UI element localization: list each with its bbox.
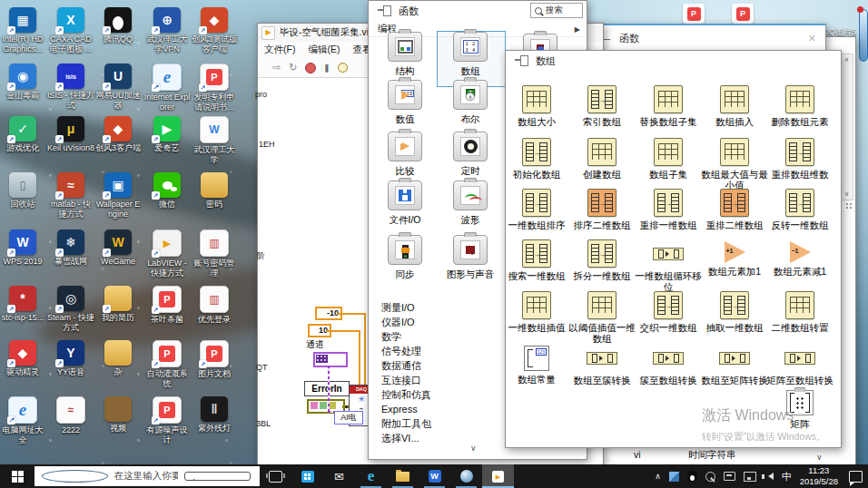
pause-button[interactable]: ∥ <box>324 63 330 73</box>
palette-search-button[interactable]: 搜索 <box>530 3 583 18</box>
palette-section-5[interactable]: 数据通信 <box>369 358 508 373</box>
tray-dish-icon[interactable] <box>705 472 715 482</box>
array-function-item[interactable]: →抽取一维数组 <box>700 291 769 333</box>
desktop-icon-27[interactable]: ◎↗Steam - 快捷方式 <box>47 286 94 333</box>
task-view-button[interactable] <box>260 464 291 488</box>
palette-section-9[interactable]: 附加工具包 <box>369 416 508 431</box>
desktop-icon-38[interactable]: 视频 <box>94 396 142 434</box>
array-function-item[interactable]: →重排二维数组 <box>700 189 769 230</box>
array-function-item[interactable]: →排序二维数组 <box>567 189 636 230</box>
pin-icon[interactable] <box>520 55 528 66</box>
array-function-item[interactable]: 数组常量 <box>502 344 571 385</box>
taskbar-app-file-explorer[interactable] <box>387 464 419 488</box>
desktop-icon-4[interactable]: ⊕↗武汉理工大学VPN <box>143 7 191 54</box>
taskbar-app-wps[interactable]: W <box>419 464 450 488</box>
array-function-item[interactable]: 数组至矩阵转换 <box>700 344 769 386</box>
array-function-item[interactable]: 矩阵至数组转换 <box>765 344 834 386</box>
array-function-item[interactable]: →搜索一维数组 <box>502 239 571 281</box>
clock[interactable]: 11:23 2019/5/28 <box>800 465 838 487</box>
array-function-item[interactable]: 二维数组转置 <box>765 291 834 333</box>
desktop-icon-13[interactable]: ◆↗创风3客户端 <box>94 116 142 153</box>
action-center-icon[interactable] <box>849 471 863 483</box>
desktop-icon-15[interactable]: W武汉理工大学 <box>191 116 238 165</box>
ime-indicator[interactable]: 中 <box>782 470 792 483</box>
palette-item-label-partial[interactable]: 时间字符串 <box>688 449 736 462</box>
desktop-icon-23[interactable]: W↗WeGame <box>94 229 142 267</box>
palette-category-sound[interactable]: ♪图形与声音 <box>438 235 503 280</box>
desktop-icon-6[interactable]: ◉↗金山毒霸 <box>0 63 46 101</box>
array-function-item[interactable]: →索引数组 <box>567 85 636 127</box>
tray-qq-icon[interactable] <box>687 471 697 482</box>
close-icon[interactable]: ✕ <box>808 33 816 44</box>
desktop-icon-10[interactable]: P↗发明专利申请说明书... <box>191 63 238 112</box>
desktop-icon-39[interactable]: P↗有源噪声设计 <box>143 396 191 445</box>
taskbar-app-edge[interactable]: e <box>355 464 387 488</box>
array-function-item[interactable]: 数组至簇转换 <box>567 344 636 386</box>
desktop-icon-31[interactable]: ◆↗驱动精灵 <box>0 340 46 377</box>
desktop-icon-32[interactable]: Y↗YY语音 <box>47 340 94 377</box>
palette-section-4[interactable]: 信号处理 <box>369 344 508 358</box>
palette-category-file[interactable]: 文件I/O <box>372 181 438 226</box>
desktop-icon-34[interactable]: P↗自动灌溉系统 <box>143 340 191 389</box>
ppt-file-icon[interactable]: P <box>683 4 705 24</box>
desktop-icon-14[interactable]: ▶↗爱奇艺 <box>143 116 191 153</box>
array-function-item[interactable]: 簇至数组转换 <box>634 344 703 386</box>
desktop-icon-2[interactable]: X↗CAXA CAD 电子图板 ... <box>47 7 94 54</box>
array-function-item[interactable]: 替换数组子集 <box>634 85 703 127</box>
expand-chevron-icon[interactable]: ∨ <box>816 453 821 462</box>
expand-chevron-icon[interactable]: ∨ <box>470 444 475 453</box>
array-function-item[interactable]: +1数组元素加1 <box>700 239 769 277</box>
palette-section-3[interactable]: 数学 <box>369 329 508 344</box>
desktop-icon-30[interactable]: ▥优先登录 <box>191 286 238 325</box>
error-in-label[interactable]: ErrorIn <box>304 381 350 396</box>
menu-item[interactable]: 编辑(E) <box>301 44 346 56</box>
palette-section-1[interactable]: 测量I/O <box>369 300 508 315</box>
desktop-icon-28[interactable]: ↗我的简历 <box>94 286 142 323</box>
desktop-icon-5[interactable]: ◆↗创风3测试版客户端 <box>191 7 238 54</box>
palette-category-bool[interactable]: T∧布尔 <box>438 80 503 125</box>
desktop-icon-18[interactable]: ▣↗Wallpaper Engine <box>94 172 142 220</box>
palette-section-6[interactable]: 互连接口 <box>369 373 508 387</box>
scroll-down-icon[interactable]: ∨ <box>841 189 853 200</box>
start-button[interactable] <box>0 464 35 488</box>
array-function-item[interactable]: →拆分一维数组 <box>567 239 636 281</box>
palette-category-wave[interactable]: 波形 <box>438 181 503 226</box>
array-function-item[interactable]: →交织一维数组 <box>634 291 703 333</box>
scrollbar-vertical[interactable]: ∧ ∨ <box>840 54 853 200</box>
desktop-icon-16[interactable]: ▯回收站 <box>0 172 46 210</box>
desktop-icon-7[interactable]: isis↗ISIS - 快捷方式 <box>47 63 94 111</box>
array-function-item[interactable]: →重排一维数组 <box>634 189 703 230</box>
array-function-item[interactable]: 数组插入 <box>700 85 769 127</box>
channel-label[interactable]: 通道 <box>306 338 324 351</box>
desktop-icon-37[interactable]: ≈2222 <box>47 396 94 435</box>
microphone-icon[interactable] <box>184 472 251 481</box>
desktop-icon-21[interactable]: W↗WPS 2019 <box>0 229 46 267</box>
desktop-icon-17[interactable]: ≈↗matlab - 快捷方式 <box>47 172 94 220</box>
desktop-icon-11[interactable]: ✓↗游戏优化 <box>0 116 46 153</box>
desktop-icon-40[interactable]: ‖紫外线灯 <box>191 396 238 434</box>
palette-section-8[interactable]: Express <box>369 402 508 416</box>
abort-button[interactable] <box>305 63 316 73</box>
palette-section-7[interactable]: 控制和仿真 <box>369 387 508 402</box>
desktop-icon-29[interactable]: P↗茶叶杀菌 <box>143 286 191 325</box>
palette-category-sync[interactable]: 同步 <box>372 235 438 280</box>
speaker-icon[interactable] <box>764 473 774 480</box>
taskbar-app-mail[interactable]: ✉ <box>323 464 355 488</box>
desktop-icon-1[interactable]: ▦↗Intel(R) HD Graphics... <box>0 7 46 54</box>
desktop-icon-8[interactable]: U↗网易UU加速器 <box>94 63 142 111</box>
desktop-icon-20[interactable]: 密码 <box>191 172 238 210</box>
desktop-icon-35[interactable]: P↗图片文档 <box>191 340 238 379</box>
palette-category-struct[interactable]: 结构 <box>372 32 438 77</box>
array-function-item[interactable]: →反转一维数组 <box>765 189 834 230</box>
palette-category-timing[interactable]: 定时 <box>438 132 503 177</box>
palette-section-10[interactable]: 选择VI... <box>369 431 508 445</box>
hidden-icons-chevron[interactable]: ∧ <box>655 472 661 481</box>
array-function-item[interactable]: 以阈值插值一维数组 <box>567 291 636 344</box>
palette-category-array[interactable]: 1234数组 <box>438 32 503 77</box>
highlight-execution-icon[interactable] <box>338 63 348 73</box>
palette-item-label-partial[interactable]: vi <box>634 449 641 460</box>
palette-category-numeric[interactable]: 123数值 <box>372 80 438 125</box>
desktop-icon-24[interactable]: ▶↗LabVIEW - 快捷方式 <box>143 229 191 278</box>
array-function-item[interactable]: −1数组元素减1 <box>765 239 834 277</box>
desktop-icon-22[interactable]: ❄↗暴雪战网 <box>47 229 94 267</box>
